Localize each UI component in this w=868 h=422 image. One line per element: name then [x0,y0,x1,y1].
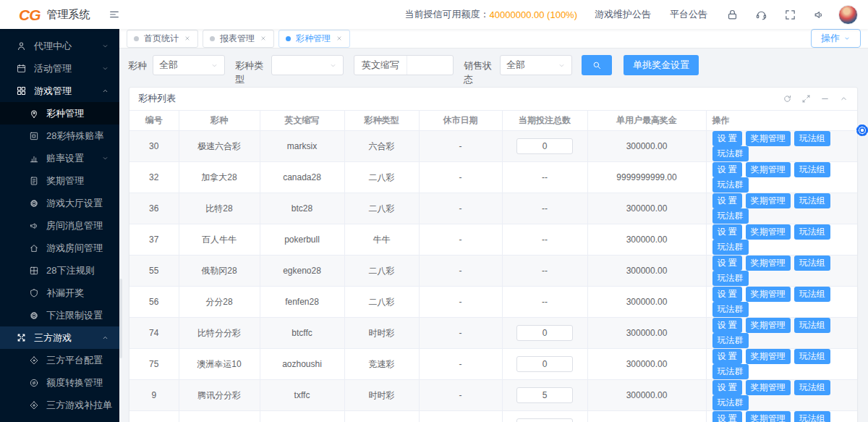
expand-icon[interactable] [801,94,811,104]
play-group-button[interactable]: 玩法组 [794,131,830,146]
sidebar-item-makeup-draw[interactable]: 补漏开奖 [0,282,119,304]
minus-icon[interactable] [820,94,830,104]
sales-status-select[interactable]: 全部 [500,55,572,75]
play-cluster-button[interactable]: 玩法群 [712,364,749,379]
menu-fold-icon[interactable] [109,9,120,20]
lottery-select[interactable]: 全部 [153,55,225,75]
agent-icon [16,41,27,51]
sidebar-item-game-management[interactable]: 游戏管理 [0,80,119,102]
prize-period-button[interactable]: 奖期管理 [746,224,791,240]
bet-count-input[interactable] [516,356,573,372]
settings-button[interactable]: 设 置 [712,287,742,302]
link-game-maintenance-notice[interactable]: 游戏维护公告 [595,8,651,21]
play-group-button[interactable]: 玩法组 [794,162,830,177]
sidebar-item-activity-management[interactable]: 活动管理 [0,57,119,80]
sidebar-item-game-hall-settings[interactable]: 游戏大厅设置 [0,192,119,214]
prize-period-button[interactable]: 奖期管理 [746,256,791,271]
sidebar-item-third-party-platform-config[interactable]: 三方平台配置 [0,349,119,371]
table-row: 37百人牛牛pokerbull牛牛---300000.00设 置奖期管理玩法组玩… [129,224,857,256]
settings-gear-button[interactable] [854,122,868,139]
prize-period-button[interactable]: 奖期管理 [746,287,791,302]
sidebar-item-bet-limit-settings[interactable]: 下注限制设置 [0,304,119,326]
prize-period-button[interactable]: 奖期管理 [746,162,791,177]
play-cluster-button[interactable]: 玩法群 [712,208,749,224]
actions-dropdown-button[interactable]: 操作 [811,29,861,48]
sidebar-item-third-party-game-pull-order[interactable]: 三方游戏补拉单 [0,394,119,416]
bet-count-input[interactable] [516,387,573,403]
home-icon [29,243,39,253]
sidebar-item-third-party-games[interactable]: 三方游戏 [0,326,119,349]
sidebar-item-room-message-management[interactable]: 房间消息管理 [0,214,119,237]
settings-button[interactable]: 设 置 [712,349,742,364]
settings-button[interactable]: 设 置 [712,224,742,240]
service-icon[interactable] [755,9,767,21]
sidebar-item-odds-settings[interactable]: 赔率设置 [0,147,119,169]
play-group-button[interactable]: 玩法组 [794,256,830,271]
settings-button[interactable]: 设 置 [712,256,742,271]
chevron-down-icon [101,42,109,50]
avatar[interactable] [838,5,858,25]
bet-count-input[interactable] [516,138,573,154]
fullscreen-icon[interactable] [784,9,796,21]
row-actions: 设 置奖期管理玩法组玩法群 [706,224,857,256]
play-cluster-button[interactable]: 玩法群 [712,333,749,348]
play-cluster-button[interactable]: 玩法群 [712,302,749,317]
sidebar-item-quota-transfer-management[interactable]: 额度转换管理 [0,371,119,394]
prize-period-button[interactable]: 奖期管理 [746,131,791,146]
play-cluster-button[interactable]: 玩法群 [712,146,749,161]
sidebar-item-bet-rules-28[interactable]: 28下注规则 [0,259,119,282]
play-group-button[interactable]: 玩法组 [794,287,830,302]
play-cluster-button[interactable]: 玩法群 [712,240,749,255]
prize-period-button[interactable]: 奖期管理 [746,349,791,364]
close-icon[interactable] [184,35,191,42]
tab-report-management[interactable]: 报表管理 [203,30,274,48]
table-body: 30极速六合彩marksix六合彩-300000.00设 置奖期管理玩法组玩法群… [129,131,857,422]
lock-icon[interactable] [726,9,739,21]
logo-cg: CG [19,7,41,22]
play-cluster-button[interactable]: 玩法群 [712,271,749,286]
play-cluster-button[interactable]: 玩法群 [712,395,749,410]
bet-count-input[interactable] [516,418,573,422]
tab-status-dot [286,36,291,41]
refresh-icon[interactable] [783,94,792,104]
collapse-icon[interactable] [839,94,848,104]
close-icon[interactable] [260,35,267,42]
tab-lottery-management[interactable]: 彩种管理 [278,30,350,48]
play-group-button[interactable]: 玩法组 [794,193,830,208]
row-actions: 设 置奖期管理玩法组玩法群 [706,256,857,287]
settings-button[interactable]: 设 置 [712,318,742,333]
single-prize-settings-button[interactable]: 单挑奖金设置 [624,55,699,75]
tab-home-stats[interactable]: 首页统计 [127,30,198,48]
play-group-button[interactable]: 玩法组 [794,224,830,240]
close-icon[interactable] [336,35,343,42]
prize-period-button[interactable]: 奖期管理 [746,411,791,422]
link-platform-notice[interactable]: 平台公告 [670,8,707,21]
lottery-type-select[interactable] [271,55,344,75]
settings-button[interactable]: 设 置 [712,162,742,177]
search-button[interactable] [582,55,612,75]
play-group-button[interactable]: 玩法组 [794,318,830,333]
sidebar-item-game-room-management[interactable]: 游戏房间管理 [0,237,119,259]
scrollbar-thumb[interactable] [119,279,122,358]
abbr-input[interactable] [407,56,449,74]
prize-period-button[interactable]: 奖期管理 [746,193,791,208]
sidebar-item-lottery-management[interactable]: 彩种管理 [0,102,119,125]
table-row: 10阿里分分彩aliffc时时彩-300000.00设 置奖期管理玩法组玩法群 [129,411,857,422]
play-group-button[interactable]: 玩法组 [794,349,830,364]
sidebar-item-agent-center[interactable]: 代理中心 [0,35,119,57]
play-group-button[interactable]: 玩法组 [794,380,830,395]
sidebar-item-special-odds-28[interactable]: 28彩特殊赔率 [0,125,119,147]
play-group-button[interactable]: 玩法组 [794,411,830,422]
prize-period-button[interactable]: 奖期管理 [746,380,791,395]
settings-button[interactable]: 设 置 [712,411,742,422]
play-cluster-button[interactable]: 玩法群 [712,177,749,193]
sound-icon[interactable] [813,9,825,21]
settings-button[interactable]: 设 置 [712,193,742,208]
prize-period-button[interactable]: 奖期管理 [746,318,791,333]
bet-count-input[interactable] [516,325,573,341]
filter-bar: 彩种 全部 彩种类型 英文缩写 销售状态 全部 [119,48,868,87]
sidebar-item-prize-period-management[interactable]: 奖期管理 [0,169,119,192]
column-header: 彩种 [179,111,260,131]
settings-button[interactable]: 设 置 [712,380,742,395]
settings-button[interactable]: 设 置 [712,131,742,146]
